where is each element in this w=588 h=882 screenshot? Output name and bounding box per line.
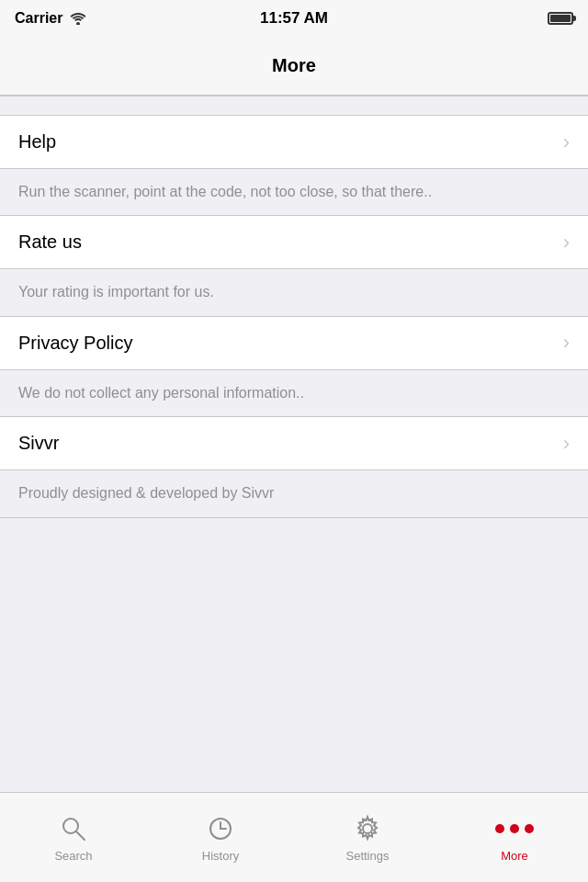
status-bar: Carrier 11:57 AM: [0, 0, 588, 37]
help-menu-item[interactable]: Help ›: [0, 116, 588, 169]
rate-us-description: Your rating is important for us.: [0, 269, 588, 316]
help-label: Help: [18, 131, 56, 153]
sivvr-desc-text: Proudly designed & developed by Sivvr: [18, 485, 274, 501]
svg-line-2: [76, 831, 85, 840]
tab-search-label: Search: [54, 849, 92, 863]
privacy-policy-chevron-icon: ›: [563, 331, 570, 355]
tab-more[interactable]: More: [441, 793, 588, 882]
sivvr-menu-item[interactable]: Sivvr ›: [0, 417, 588, 470]
help-description: Run the scanner, point at the code, not …: [0, 169, 588, 216]
tab-history[interactable]: History: [147, 793, 294, 882]
sivvr-label: Sivvr: [18, 433, 59, 454]
more-icon: [498, 812, 531, 845]
svg-point-6: [363, 824, 372, 833]
sivvr-description: Proudly designed & developed by Sivvr: [0, 470, 588, 517]
sivvr-chevron-icon: ›: [563, 432, 570, 456]
help-desc-text: Run the scanner, point at the code, not …: [18, 184, 432, 199]
battery-indicator: [548, 12, 573, 25]
carrier-info: Carrier: [15, 10, 86, 27]
tab-bar: Search History Settings: [0, 792, 588, 882]
battery-icon: [548, 12, 573, 25]
rate-us-menu-item[interactable]: Rate us ›: [0, 216, 588, 269]
privacy-policy-desc-text: We do not collect any personal informati…: [18, 385, 304, 401]
settings-icon: [351, 812, 384, 845]
nav-bar: More: [0, 37, 588, 96]
battery-fill: [550, 15, 571, 22]
tab-more-label: More: [501, 849, 528, 863]
tab-search[interactable]: Search: [0, 793, 147, 882]
tab-settings-label: Settings: [346, 849, 390, 863]
dot-3: [525, 824, 534, 833]
dot-1: [495, 824, 504, 833]
privacy-policy-description: We do not collect any personal informati…: [0, 370, 588, 417]
rate-us-desc-text: Your rating is important for us.: [18, 284, 214, 300]
rate-us-chevron-icon: ›: [563, 231, 570, 254]
page-title: More: [272, 55, 316, 76]
search-icon: [57, 812, 90, 845]
tab-settings[interactable]: Settings: [294, 793, 441, 882]
svg-point-0: [76, 22, 80, 25]
history-icon: [204, 812, 237, 845]
dot-2: [510, 824, 519, 833]
status-time: 11:57 AM: [260, 9, 328, 28]
privacy-policy-menu-item[interactable]: Privacy Policy ›: [0, 317, 588, 370]
tab-history-label: History: [202, 849, 239, 863]
main-content: Help › Run the scanner, point at the cod…: [0, 96, 588, 792]
privacy-policy-label: Privacy Policy: [18, 333, 132, 354]
rate-us-label: Rate us: [18, 232, 82, 253]
top-section-divider: [0, 96, 588, 116]
help-chevron-icon: ›: [563, 130, 570, 154]
carrier-label: Carrier: [15, 10, 62, 27]
wifi-icon: [70, 12, 86, 25]
